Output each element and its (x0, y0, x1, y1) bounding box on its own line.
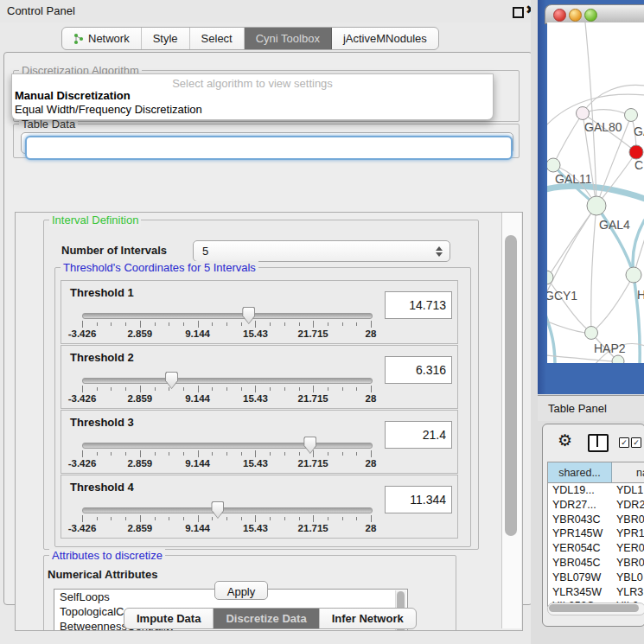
threshold-value-input[interactable] (385, 421, 452, 449)
threshold-label: Threshold 4 (70, 481, 134, 494)
threshold-value-input[interactable] (385, 291, 452, 319)
column-header-name[interactable]: na (612, 462, 644, 483)
network-edge[interactable] (591, 206, 596, 333)
cell-shared-name: YDL19... (552, 484, 595, 496)
cell-shared-name: YPR145W (552, 527, 603, 539)
popup-option-equal-width[interactable]: Equal Width/Frequency Discretization (15, 103, 202, 116)
tab-label: Impute Data (137, 612, 201, 625)
network-canvas[interactable]: GAL80GACGAL11GAL4GCY1HHAP2 (547, 22, 644, 363)
checkbox-icon[interactable]: ✓ (619, 437, 629, 448)
column-header-shared-name[interactable]: shared... (548, 462, 612, 483)
GAL4-node[interactable] (587, 196, 606, 215)
red-node[interactable] (629, 145, 643, 159)
table-row[interactable]: YDR27...YDR2 (548, 498, 644, 513)
tab-cyni-toolbox[interactable]: Cyni Toolbox (245, 28, 332, 49)
group-title: Threshold's Coordinates for 5 Intervals (61, 261, 258, 274)
table-panel-window: ⚙ ✓ ✓ shared... na YDL19...YDL1YDR27...Y… (542, 424, 644, 627)
combobox-value: 5 (194, 245, 432, 258)
network-edge[interactable] (596, 206, 634, 275)
control-panel-titlebar: Control Panel ✖ (0, 0, 534, 22)
node-table: shared... na YDL19...YDL1YDR27...YDR2YBR… (547, 462, 644, 607)
float-window-icon[interactable] (513, 7, 524, 18)
tab-discretize-data[interactable]: Discretize Data (214, 609, 319, 628)
slider-ticks (82, 386, 371, 393)
table-row[interactable]: YBR043CYBR0 (548, 513, 644, 527)
algorithm-combobox[interactable] (25, 136, 513, 160)
network-edge[interactable] (596, 152, 636, 206)
threshold-label: Threshold 2 (70, 351, 134, 364)
table-row[interactable]: YLR345WYLR3 (548, 585, 644, 600)
network-view-window: GAL80GACGAL11GAL4GCY1HHAP2 (538, 0, 644, 394)
cell-shared-name: YBL079W (552, 571, 601, 583)
threshold-value-input[interactable] (385, 356, 452, 384)
network-edge[interactable] (547, 206, 596, 278)
network-icon (73, 33, 84, 45)
tab-infer-network[interactable]: Infer Network (320, 609, 416, 628)
cell-name: YDR2 (616, 499, 644, 511)
slider-ticks (82, 321, 371, 328)
tab-impute-data[interactable]: Impute Data (124, 609, 214, 628)
bottom-tab-bar: Impute Data Discretize Data Infer Networ… (124, 608, 417, 629)
tab-jactivemnodules[interactable]: jActiveMNodules (332, 28, 438, 49)
network-edge[interactable] (547, 278, 591, 333)
interval-definition-group: Interval Definition Number of Intervals … (43, 220, 479, 550)
GAL11-node[interactable] (547, 158, 560, 172)
close-traffic-light-icon[interactable] (553, 9, 566, 22)
HAP2-node[interactable] (585, 327, 598, 340)
threshold-value-input[interactable] (385, 486, 452, 513)
H-node[interactable] (626, 267, 641, 283)
tab-style[interactable]: Style (142, 28, 190, 49)
table-toolbar: ⚙ ✓ ✓ (543, 424, 644, 459)
threshold-label: Threshold 1 (70, 286, 134, 299)
slider-track[interactable] (82, 378, 373, 384)
tab-label: Style (153, 32, 178, 45)
GAL80-node[interactable] (577, 107, 590, 120)
slider-track[interactable] (82, 507, 373, 513)
network-edge[interactable] (553, 113, 583, 165)
cell-shared-name: YBR043C (552, 513, 601, 526)
group-title: Interval Definition (49, 214, 141, 226)
minimize-traffic-light-icon[interactable] (569, 9, 582, 22)
scrollbar-thumb[interactable] (549, 604, 639, 612)
scrollbar-thumb[interactable] (505, 235, 517, 536)
slider-scale: -3.4262.8599.14415.4321.71528 (82, 328, 371, 341)
cell-name: YLR3 (616, 586, 643, 598)
zoom-traffic-light-icon[interactable] (584, 9, 597, 22)
network-edge[interactable] (591, 275, 634, 333)
panel-title: Control Panel (7, 4, 75, 17)
threshold-row: Threshold 3 -3.4262.8599.14415.4321.7152… (61, 410, 458, 474)
table-row[interactable]: YBR045CYBR0 (548, 556, 644, 571)
network-edge[interactable] (583, 110, 631, 116)
table-panel-title: Table Panel (548, 402, 607, 415)
tab-label: Discretize Data (226, 612, 306, 625)
tab-network[interactable]: Network (62, 28, 142, 49)
settings-scroll-viewport: Interval Definition Number of Intervals … (15, 212, 523, 631)
slider-track[interactable] (82, 313, 373, 319)
cell-name: YBL0 (616, 571, 643, 583)
vertical-scrollbar[interactable] (501, 213, 521, 628)
gear-icon[interactable]: ⚙ (558, 430, 572, 450)
slider-track[interactable] (82, 443, 373, 449)
cell-shared-name: YDR27... (552, 499, 596, 511)
GCY1-node[interactable] (547, 271, 553, 284)
cell-name: YBR0 (616, 513, 644, 526)
checkbox-icon[interactable]: ✓ (631, 437, 641, 448)
table-row[interactable]: YBL079WYBL0 (548, 571, 644, 585)
bottom-node[interactable] (612, 355, 624, 363)
horizontal-scrollbar[interactable] (547, 603, 644, 615)
screenshot-root: Control Panel ✖ Network Style Select Cyn… (0, 0, 644, 644)
network-edge[interactable] (547, 206, 596, 295)
network-edge[interactable] (547, 321, 585, 333)
table-row[interactable]: YER054CYER0 (548, 541, 644, 556)
table-row[interactable]: YPR145WYPR1 (548, 526, 644, 541)
popup-option-manual[interactable]: Manual Discretization (15, 89, 131, 102)
network-window-titlebar[interactable] (545, 4, 644, 24)
apply-button[interactable]: Apply (214, 581, 268, 600)
table-row[interactable]: YDL19...YDL1 (548, 483, 644, 498)
tab-select[interactable]: Select (190, 28, 245, 49)
columns-icon[interactable] (588, 434, 609, 452)
cell-name: YER0 (616, 542, 644, 554)
num-intervals-combobox[interactable]: 5 (193, 240, 450, 262)
tab-label: Cyni Toolbox (256, 32, 320, 45)
top-right-node[interactable] (625, 109, 638, 122)
